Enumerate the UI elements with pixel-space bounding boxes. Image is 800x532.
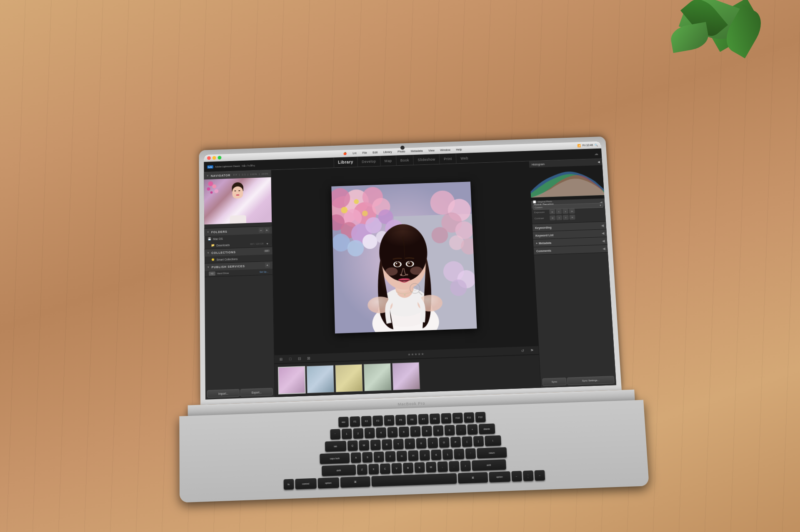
setup-link[interactable]: Set Up... [260, 271, 268, 273]
minimize-button[interactable] [212, 156, 216, 160]
key-x[interactable]: X [368, 464, 379, 475]
key-g[interactable]: G [397, 451, 407, 462]
key-fn[interactable]: fn [283, 479, 294, 490]
key-backtick[interactable]: ` [330, 429, 340, 440]
menu-file[interactable]: File [361, 151, 368, 154]
menu-library[interactable]: Library [382, 150, 393, 154]
key-f8[interactable]: F8 [430, 413, 440, 424]
loupe-view-btn[interactable]: □ [287, 355, 294, 362]
key-return[interactable]: return [477, 447, 507, 458]
key-capslock[interactable]: caps lock [320, 453, 350, 464]
publish-plus-btn[interactable]: + [265, 263, 270, 268]
folders-plus-btn[interactable]: + [265, 228, 270, 233]
key-y[interactable]: Y [405, 438, 415, 449]
key-r[interactable]: R [382, 439, 392, 450]
key-1[interactable]: 1 [341, 428, 352, 439]
module-develop[interactable]: Develop [357, 156, 380, 167]
filmstrip-thumb-3[interactable] [335, 364, 363, 392]
key-f9[interactable]: F9 [441, 413, 451, 423]
key-c[interactable]: C [380, 463, 390, 474]
key-control[interactable]: control [295, 478, 317, 490]
key-option-left[interactable]: option [318, 477, 339, 489]
grid-view-btn[interactable]: ⊞ [278, 355, 284, 363]
key-j[interactable]: J [420, 450, 430, 461]
key-arrow-left[interactable]: ← [511, 471, 522, 482]
menu-view[interactable]: View [427, 149, 436, 152]
key-9[interactable]: 9 [433, 425, 443, 436]
key-w[interactable]: W [359, 440, 369, 451]
key-l[interactable]: L [442, 449, 453, 460]
module-library[interactable]: Library [333, 157, 358, 168]
key-shift-right[interactable]: shift [472, 459, 506, 471]
filmstrip-thumb-2[interactable] [306, 365, 334, 393]
export-button[interactable]: Export... [240, 388, 273, 397]
key-d[interactable]: D [374, 452, 384, 462]
key-rbracket[interactable]: ] [473, 436, 483, 447]
key-equals[interactable]: = [467, 424, 478, 435]
key-f[interactable]: F [385, 451, 395, 462]
contrast-decrease-large[interactable]: « [550, 215, 555, 220]
key-i[interactable]: I [427, 438, 438, 448]
sync-button[interactable]: Sync [542, 378, 566, 386]
key-backslash[interactable]: \ [485, 435, 501, 446]
key-f2[interactable]: F2 [361, 416, 372, 427]
module-print[interactable]: Print [439, 154, 456, 164]
key-f4[interactable]: F4 [384, 415, 395, 426]
key-f5[interactable]: F5 [395, 415, 406, 425]
key-option-right[interactable]: option [489, 471, 510, 482]
key-b[interactable]: B [402, 462, 413, 473]
key-7[interactable]: 7 [410, 426, 420, 437]
key-f6[interactable]: F6 [407, 414, 417, 425]
filmstrip-thumb-1[interactable] [278, 366, 306, 394]
key-s[interactable]: S [362, 452, 372, 463]
contrast-decrease[interactable]: ‹ [556, 215, 562, 220]
module-web[interactable]: Web [456, 153, 472, 163]
compare-view-btn[interactable]: ⊟ [296, 355, 303, 362]
search-icon[interactable]: 🔍 [595, 143, 598, 147]
key-esc[interactable]: esc [338, 417, 349, 428]
key-minus[interactable]: - [455, 425, 466, 435]
key-p[interactable]: P [450, 437, 460, 447]
key-f11[interactable]: F11 [464, 412, 474, 423]
sync-settings-button[interactable]: Sync Settings... [567, 376, 615, 385]
contrast-increase[interactable]: › [563, 215, 569, 220]
menu-app[interactable]: Lrc [351, 152, 358, 154]
filmstrip-thumb-4[interactable] [363, 363, 392, 391]
key-slash[interactable]: / [460, 460, 471, 471]
menu-edit[interactable]: Edit [371, 151, 379, 154]
menu-photo[interactable]: Photo [396, 150, 406, 153]
key-arrow-updown[interactable]: ↑↓ [522, 470, 533, 481]
key-u[interactable]: U [416, 438, 426, 449]
key-2[interactable]: 2 [353, 428, 363, 439]
key-5[interactable]: 5 [387, 427, 398, 438]
key-o[interactable]: O [439, 437, 449, 448]
key-e[interactable]: E [370, 440, 380, 450]
key-v[interactable]: V [391, 463, 402, 474]
key-z[interactable]: Z [357, 464, 367, 475]
menu-lrc[interactable]: 🍎 [342, 152, 348, 155]
key-n[interactable]: N [414, 462, 425, 473]
module-book[interactable]: Book [396, 155, 413, 165]
key-lbracket[interactable]: [ [462, 436, 472, 447]
key-f12[interactable]: F12 [475, 412, 485, 422]
key-f3[interactable]: F3 [372, 415, 383, 426]
module-map[interactable]: Map [380, 155, 396, 166]
folders-minus-btn[interactable]: − [259, 228, 264, 233]
menu-help[interactable]: Help [455, 148, 463, 151]
key-8[interactable]: 8 [421, 426, 432, 437]
key-command-right[interactable]: ⌘ [458, 472, 488, 484]
flag-btn[interactable]: ⚑ [528, 347, 535, 354]
survey-view-btn[interactable]: ⊠ [305, 355, 312, 362]
key-h[interactable]: H [408, 450, 418, 461]
key-command-left[interactable]: ⌘ [340, 476, 370, 488]
key-3[interactable]: 3 [364, 428, 375, 439]
key-spacebar[interactable] [371, 473, 457, 487]
close-button[interactable] [207, 156, 211, 160]
menu-window[interactable]: Window [439, 149, 451, 152]
key-q[interactable]: Q [347, 440, 358, 451]
key-4[interactable]: 4 [376, 428, 386, 438]
key-semicolon[interactable]: ; [454, 449, 464, 460]
maximize-button[interactable] [218, 156, 221, 159]
import-button[interactable]: Import... [207, 389, 240, 398]
key-quote[interactable]: ' [465, 448, 476, 459]
